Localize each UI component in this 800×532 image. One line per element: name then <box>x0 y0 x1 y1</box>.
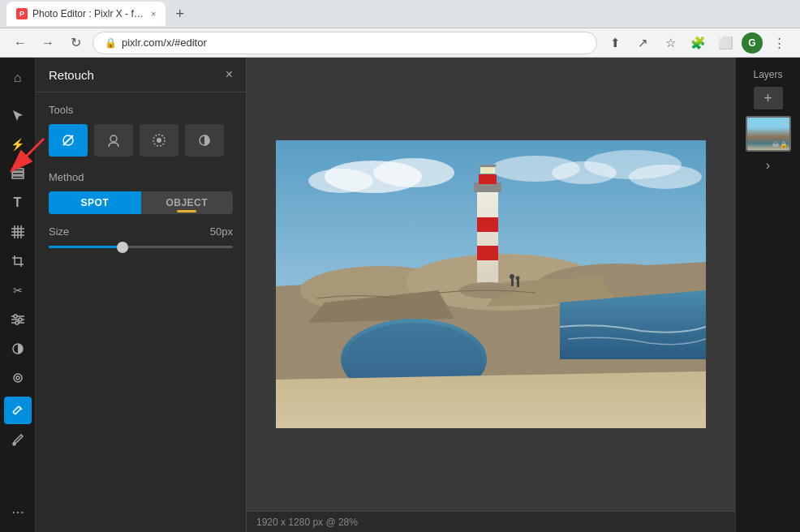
layers-icon <box>11 168 24 179</box>
swirl-icon <box>11 371 24 384</box>
toolbar-btn-circle[interactable] <box>4 335 32 363</box>
clone-tool-button[interactable] <box>94 124 133 157</box>
star-icon[interactable]: ☆ <box>659 32 682 54</box>
browser-nav: ← → ↻ 🔒 pixlr.com/x/#editor ⬆ ↗ ☆ 🧩 ⬜ G … <box>0 28 800 58</box>
canvas-wrapper[interactable]: ⊕ c•tive <box>247 58 735 511</box>
browser-tab[interactable]: P Photo Editor : Pixlr X - free im... × <box>6 2 166 26</box>
back-button[interactable]: ← <box>10 32 31 54</box>
size-value: 50px <box>210 225 233 238</box>
svg-point-31 <box>373 158 454 187</box>
svg-point-13 <box>19 318 22 321</box>
object-method-button[interactable]: OBJECT <box>141 191 234 214</box>
method-toggle: SPOT OBJECT <box>49 191 233 214</box>
svg-rect-2 <box>12 176 24 178</box>
spot-method-button[interactable]: SPOT <box>49 191 141 214</box>
svg-rect-48 <box>477 246 498 260</box>
text-icon: T <box>14 195 22 210</box>
tool-buttons-row <box>49 124 233 157</box>
sliders-icon <box>11 314 24 325</box>
svg-point-16 <box>14 374 22 382</box>
extension-icon[interactable]: 🧩 <box>686 32 709 54</box>
toolbar-btn-cut[interactable]: ✂ <box>4 277 32 304</box>
svg-marker-45 <box>276 371 706 428</box>
panel-close-button[interactable]: × <box>226 67 233 82</box>
panel-header: Retouch × <box>36 58 246 92</box>
toolbar-btn-text[interactable]: T <box>4 189 32 217</box>
svg-point-26 <box>157 138 161 143</box>
svg-rect-54 <box>511 278 514 286</box>
url-text: pixlr.com/x/#editor <box>122 36 207 49</box>
toolbar-btn-more[interactable]: ⋯ <box>4 498 32 526</box>
layer-lock-icon: 🏔 🔒 <box>772 141 788 148</box>
layer-thumbnail[interactable]: ⋯ 🏔 🔒 <box>746 116 791 152</box>
canvas-image-wrapper: ⊕ c•tive <box>276 140 706 428</box>
toolbar-btn-magic[interactable]: ⚡ <box>4 131 32 158</box>
layer-dots-menu[interactable]: ⋯ <box>779 119 788 130</box>
svg-point-57 <box>516 277 520 281</box>
left-toolbar: ⌂ ⚡ T ✂ <box>0 58 36 532</box>
tools-label: Tools <box>49 104 233 116</box>
blur-tool-button[interactable] <box>140 124 178 157</box>
size-slider-track[interactable] <box>49 246 233 248</box>
menu-icon[interactable]: ⋮ <box>768 32 790 54</box>
profile-icon[interactable]: ⬜ <box>714 32 737 54</box>
share-icon[interactable]: ⬆ <box>604 32 626 54</box>
toolbar-btn-home[interactable]: ⌂ <box>4 64 32 92</box>
panel-title: Retouch <box>49 68 94 82</box>
toolbar-btn-crop[interactable] <box>4 247 32 275</box>
svg-rect-46 <box>477 189 498 286</box>
toolbar-btn-layers[interactable] <box>4 160 32 187</box>
tab-close-icon[interactable]: × <box>151 9 156 19</box>
profile-avatar[interactable]: G <box>742 32 763 54</box>
half-circle-icon <box>11 342 24 355</box>
svg-point-55 <box>510 274 514 279</box>
forward-button[interactable]: → <box>37 32 58 54</box>
canvas-status-text: 1920 x 1280 px @ 28% <box>256 517 358 528</box>
clone-icon <box>105 132 122 148</box>
toolbar-btn-adjust[interactable] <box>4 306 32 333</box>
toolbar-btn-retouch[interactable] <box>4 397 32 424</box>
panel-chevron[interactable]: › <box>766 158 770 173</box>
layers-title: Layers <box>753 64 782 87</box>
app-layout: ⌂ ⚡ T ✂ <box>0 58 800 532</box>
method-label: Method <box>49 171 233 183</box>
svg-point-20 <box>13 443 15 445</box>
blur-icon <box>151 132 167 148</box>
svg-point-12 <box>14 315 17 318</box>
svg-point-30 <box>308 169 373 193</box>
size-slider-fill <box>49 246 123 248</box>
home-icon: ⌂ <box>14 71 22 85</box>
size-section: Size 50px <box>36 225 246 264</box>
dodge-tool-button[interactable] <box>185 124 224 157</box>
reload-button[interactable]: ↻ <box>65 32 86 54</box>
bookmark-forward-icon[interactable]: ↗ <box>631 32 654 54</box>
svg-point-24 <box>110 135 117 142</box>
heal-tool-button[interactable] <box>49 124 88 157</box>
tab-favicon: P <box>16 8 28 19</box>
svg-rect-0 <box>12 169 24 171</box>
address-bar[interactable]: 🔒 pixlr.com/x/#editor <box>92 32 597 54</box>
toolbar-btn-pattern[interactable] <box>4 218 32 246</box>
toolbar-btn-select[interactable] <box>4 101 32 129</box>
brush-icon <box>11 433 24 446</box>
toolbar-btn-swirl[interactable] <box>4 364 32 392</box>
size-header: Size 50px <box>49 225 233 238</box>
svg-rect-47 <box>477 217 498 232</box>
retouch-panel: Retouch × Tools Method <box>36 58 247 532</box>
lighthouse-image: ⊕ c•tive <box>276 140 706 428</box>
add-layer-button[interactable]: + <box>754 87 783 109</box>
toolbar-btn-brush[interactable] <box>4 426 32 453</box>
object-accent-bar <box>177 210 196 212</box>
svg-rect-1 <box>12 173 24 175</box>
nav-icons: ⬆ ↗ ☆ 🧩 ⬜ G ⋮ <box>604 32 790 54</box>
retouch-icon <box>11 404 24 417</box>
svg-point-17 <box>16 376 19 380</box>
browser-chrome: P Photo Editor : Pixlr X - free im... × … <box>0 0 800 28</box>
heal-icon <box>60 132 76 148</box>
scissors-icon: ✂ <box>13 284 23 297</box>
lock-icon: 🔒 <box>105 37 117 49</box>
cursor-icon <box>11 109 24 122</box>
size-slider-thumb[interactable] <box>117 242 128 253</box>
size-label: Size <box>49 225 69 238</box>
new-tab-button[interactable]: + <box>175 6 184 23</box>
